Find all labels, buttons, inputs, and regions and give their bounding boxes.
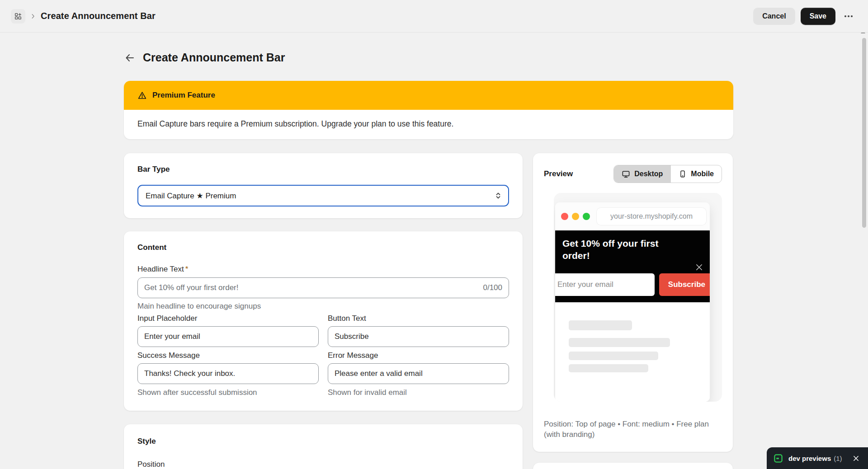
field-success-message: Success Message Shown after successful s… [137,351,319,397]
desktop-tab-label: Desktop [634,170,663,178]
skeleton-line [569,352,658,360]
premium-banner-title: Premium Feature [152,91,215,100]
traffic-red-icon [561,213,568,220]
field-button-text: Button Text [328,314,509,347]
address-bar: your-store.myshopify.com [597,208,706,225]
bar-type-selected-value: Email Capture ★ Premium [146,191,236,201]
headline-input[interactable] [137,277,509,298]
field-error-message: Error Message Shown for invalid email [328,351,509,397]
more-dots-icon [844,11,854,21]
traffic-yellow-icon [572,213,579,220]
field-input-placeholder: Input Placeholder [137,314,319,347]
skeleton-line [569,364,648,372]
preview-subscribe-button: Subscribe [659,273,710,296]
success-message-input[interactable] [137,363,319,384]
more-actions-button[interactable] [841,9,856,24]
button-text-input[interactable] [328,326,509,347]
dev-previews-label: dev previews [788,455,831,462]
topbar: Create Announcement Bar Cancel Save [0,0,868,33]
premium-banner-header: Premium Feature [124,81,733,110]
select-caret-icon [495,192,502,200]
error-message-input[interactable] [328,363,509,384]
preview-email-input: Enter your email [555,273,655,296]
desktop-tab[interactable]: Desktop [614,165,670,183]
mobile-tab[interactable]: Mobile [670,165,722,183]
success-message-label: Success Message [137,351,319,360]
content-heading: Content [137,243,509,252]
position-label: Position [137,460,509,469]
back-arrow-icon [124,52,135,63]
input-placeholder-label: Input Placeholder [137,314,319,323]
scrollbar-thumb[interactable] [862,38,866,228]
apps-button[interactable] [11,9,25,23]
headline-help: Main headline to encourage signups [137,302,509,311]
dev-previews-count: (1) [834,455,842,462]
preview-heading: Preview [544,169,573,178]
button-text-label: Button Text [328,314,509,323]
mock-page-content [555,302,710,402]
headline-label: Headline Text* [137,265,509,274]
page-title: Create Announcement Bar [143,51,285,64]
preview-footer-note: Position: Top of page • Font: medium • F… [544,419,722,440]
cancel-button[interactable]: Cancel [753,8,795,25]
content-card: Content Headline Text* 0/100 Main headli… [124,231,523,411]
page-scroll-area: Create Announcement Bar Premium Feature … [0,33,868,469]
premium-banner-body: Email Capture bars require a Premium sub… [124,110,733,139]
dev-previews-toast: dev previews (1) [767,447,868,469]
required-marker: * [185,265,189,273]
toast-close-button[interactable] [852,455,860,462]
premium-banner: Premium Feature Email Capture bars requi… [124,81,733,139]
topbar-title: Create Announcement Bar [41,11,156,21]
success-message-help: Shown after successful submission [137,388,319,397]
style-heading: Style [137,437,509,446]
error-message-help: Shown for invalid email [328,388,509,397]
bar-type-select[interactable]: Email Capture ★ Premium [137,185,509,206]
preview-headline: Get 10% off your first order! [562,237,675,262]
preview-card: Preview Desktop [533,153,733,452]
skeleton-line [569,338,670,347]
traffic-green-icon [583,213,590,220]
preview-close-icon [695,263,703,272]
input-placeholder-input[interactable] [137,326,319,347]
bar-type-card: Bar Type Email Capture ★ Premium [124,153,523,218]
bar-type-heading: Bar Type [137,165,509,174]
back-button[interactable] [124,52,136,64]
browser-mockup-frame: your-store.myshopify.com Get 10% off you… [554,193,722,402]
announcement-bar-preview: Get 10% off your first order! Enter your… [555,230,710,302]
style-card: Style Position [124,424,523,469]
browser-chrome: your-store.myshopify.com [555,202,710,230]
dev-previews-icon [774,454,783,463]
save-button[interactable]: Save [801,8,835,25]
device-toggle: Desktop Mobile [613,165,722,183]
breadcrumb-chevron-icon [30,13,36,19]
next-card-peek [533,463,733,469]
mobile-icon [679,170,687,178]
mobile-tab-label: Mobile [691,170,714,178]
warning-icon [137,91,147,100]
skeleton-line [569,320,632,330]
apps-grid-icon [14,12,22,20]
browser-window: your-store.myshopify.com Get 10% off you… [555,202,710,402]
error-message-label: Error Message [328,351,509,360]
desktop-icon [622,170,630,178]
